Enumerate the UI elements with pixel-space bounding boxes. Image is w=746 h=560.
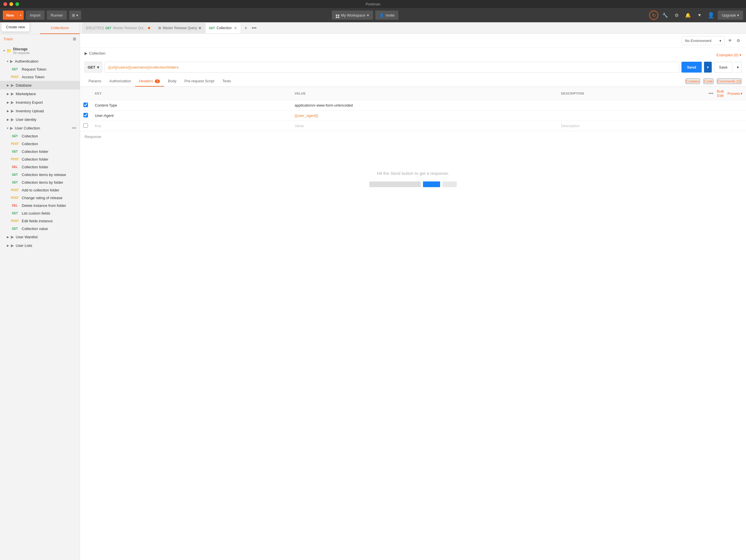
bell-icon[interactable]: 🔔 xyxy=(684,10,693,20)
new-button[interactable]: New ▾ xyxy=(3,10,24,20)
list-item[interactable]: POST Access Token xyxy=(0,73,80,81)
import-button[interactable]: Import xyxy=(26,10,45,20)
tab-collection[interactable]: GET Collection ✕ xyxy=(205,23,241,33)
request-name: Collection xyxy=(22,142,38,146)
sidebar-edit-icon[interactable]: ⊞ xyxy=(73,36,76,41)
eye-icon[interactable]: 👁 xyxy=(727,37,733,44)
tab-deleted[interactable]: [DELETED] GET Master Release Qui... xyxy=(82,23,154,33)
maximize-button[interactable] xyxy=(16,2,19,6)
method-label: GET xyxy=(88,65,95,69)
row-checkbox[interactable] xyxy=(83,103,88,107)
list-item[interactable]: POST Collection folder xyxy=(0,156,80,163)
list-item[interactable]: GET List custom fields xyxy=(0,209,80,217)
send-dropdown-button[interactable]: ▾ xyxy=(704,62,712,73)
code-button[interactable]: Code xyxy=(704,79,713,84)
new-button-arrow-icon[interactable]: ▾ xyxy=(18,14,24,17)
list-item[interactable]: GET Collection items by folder xyxy=(0,178,80,186)
folder-icon: ▶ xyxy=(11,100,14,105)
invite-button[interactable]: 👤 Invite xyxy=(375,10,398,20)
placeholder-bar-gray xyxy=(369,181,421,187)
cookies-button[interactable]: Cookies xyxy=(685,79,700,84)
tab-tests[interactable]: Tests xyxy=(218,76,235,87)
list-item[interactable]: GET Collection items by release xyxy=(0,171,80,178)
avatar-icon[interactable]: 👤 xyxy=(706,10,715,20)
tab-body[interactable]: Body xyxy=(164,76,180,87)
upgrade-button[interactable]: Upgrade ▾ xyxy=(718,10,743,20)
trash-button[interactable]: Trash xyxy=(3,37,13,41)
table-more-button[interactable]: ••• xyxy=(709,91,713,96)
list-item[interactable]: POST Edit fields instance xyxy=(0,217,80,225)
folder-label: Marketplace xyxy=(16,92,36,96)
comments-button[interactable]: Comments (0) xyxy=(717,79,741,84)
presets-button[interactable]: Presets ▾ xyxy=(727,91,743,96)
tab-collections[interactable]: Collections xyxy=(40,22,80,34)
row-desc-cell[interactable] xyxy=(557,100,705,111)
list-item[interactable]: GET Collection xyxy=(0,132,80,140)
collection-discogs[interactable]: ▾ 📁 Discogs 59 requests xyxy=(0,45,80,57)
sub-tab-right-actions: Cookies Code Comments (0) xyxy=(685,79,741,84)
folder-authentication[interactable]: ▾ ▶ Authentication ••• xyxy=(0,57,80,65)
settings-icon[interactable]: ⚙ xyxy=(672,10,681,20)
request-name: Collection items by release xyxy=(22,173,66,177)
folder-marketplace[interactable]: ▶ ▶ Marketplace xyxy=(0,89,80,98)
heart-icon[interactable]: ♥ xyxy=(695,10,704,20)
more-tabs-button[interactable]: ••• xyxy=(250,24,258,32)
folder-inventory-upload[interactable]: ▶ ▶ Inventory Upload xyxy=(0,107,80,115)
folder-database[interactable]: ▶ ▶ Database xyxy=(0,81,80,89)
minimize-button[interactable] xyxy=(9,2,13,6)
row-desc-cell[interactable] xyxy=(557,111,705,121)
collection-count: 59 requests xyxy=(13,51,29,55)
list-item[interactable]: POST Add to collection folder xyxy=(0,186,80,194)
list-item[interactable]: POST Change rating of release xyxy=(0,194,80,202)
row-key-cell[interactable]: User-Agent xyxy=(91,111,291,121)
gear-icon[interactable]: ⚙ xyxy=(736,37,741,44)
save-dropdown-button[interactable]: ▾ xyxy=(735,62,741,73)
folder-user-collection[interactable]: ▾ ▶ User Collection ••• xyxy=(0,124,80,132)
row-key-cell[interactable]: Key xyxy=(91,121,291,131)
examples-button[interactable]: Examples (0) ▾ xyxy=(717,53,741,57)
folder-inventory-export[interactable]: ▶ ▶ Inventory Export xyxy=(0,98,80,107)
folder-user-lists[interactable]: ▶ ▶ User Lists xyxy=(0,241,80,250)
save-button[interactable]: Save xyxy=(714,62,732,73)
row-key-value: User-Agent xyxy=(95,113,114,118)
tab-authorization[interactable]: Authorization xyxy=(105,76,135,87)
row-value-cell[interactable]: application/x-www-form-urlencoded xyxy=(291,100,558,111)
list-item[interactable]: GET Collection folder xyxy=(0,148,80,156)
row-checkbox[interactable] xyxy=(83,113,88,117)
table-row: Content-Type application/x-www-form-urle… xyxy=(80,100,746,111)
url-input[interactable] xyxy=(105,62,679,73)
row-key-cell[interactable]: Content-Type xyxy=(91,100,291,111)
list-item[interactable]: GET Collection value xyxy=(0,225,80,232)
refresh-icon[interactable]: ↻ xyxy=(649,10,658,20)
environment-selector[interactable]: No Environment ▾ xyxy=(682,36,724,45)
tab-master-release[interactable]: ⊞ Master Release Query xyxy=(154,23,205,33)
folder-more-button[interactable]: ••• xyxy=(72,126,76,130)
row-desc-cell[interactable]: Description xyxy=(557,121,705,131)
list-item[interactable]: GET Request Token xyxy=(0,65,80,73)
tab-pre-request[interactable]: Pre-request Script xyxy=(180,76,219,87)
method-del-badge: DEL xyxy=(10,165,20,169)
row-checkbox[interactable] xyxy=(83,123,88,128)
tab-headers[interactable]: Headers 2 xyxy=(135,76,164,87)
list-item[interactable]: POST Collection xyxy=(0,140,80,148)
wrench-icon[interactable]: 🔧 xyxy=(661,10,670,20)
folder-user-identity[interactable]: ▶ ▶ User identity xyxy=(0,115,80,124)
add-tab-button[interactable]: + xyxy=(243,24,249,32)
runner-button[interactable]: Runner xyxy=(47,10,67,20)
bulk-edit-button[interactable]: Bulk Edit xyxy=(717,89,724,98)
extra-button[interactable]: ⊞ ▾ xyxy=(69,10,81,20)
tab-close-icon[interactable]: ✕ xyxy=(234,26,237,30)
close-button[interactable] xyxy=(3,2,7,6)
row-value-cell[interactable]: {{user_agent}} xyxy=(291,111,558,121)
url-bar: GET ▾ Send ▾ Save ▾ xyxy=(85,62,741,73)
tab-body-label: Body xyxy=(168,79,176,83)
folder-user-wantlist[interactable]: ▶ ▶ User Wantlist xyxy=(0,232,80,241)
row-value-cell[interactable]: Value xyxy=(291,121,558,131)
send-button[interactable]: Send xyxy=(682,62,702,73)
row-actions-cell xyxy=(705,121,746,131)
workspace-button[interactable]: My Workspace ▾ xyxy=(332,10,373,20)
tab-params[interactable]: Params xyxy=(85,76,105,87)
list-item[interactable]: DEL Delete instance from folder xyxy=(0,202,80,209)
method-selector[interactable]: GET ▾ xyxy=(85,62,102,73)
list-item[interactable]: DEL Collection folder xyxy=(0,163,80,171)
